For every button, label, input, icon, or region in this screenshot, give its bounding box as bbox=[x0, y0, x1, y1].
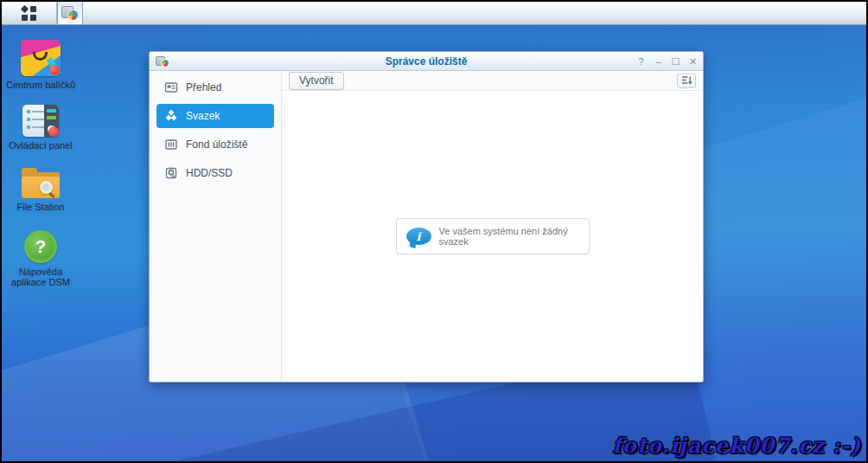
sidebar-item-label: Fond úložiště bbox=[186, 138, 247, 151]
volume-content-area: i Ve vašem systému není žádný svazek bbox=[282, 91, 703, 382]
sidebar-item-label: Přehled bbox=[186, 81, 221, 93]
taskbar-storage-manager-button[interactable] bbox=[57, 2, 83, 24]
notification-badge bbox=[49, 65, 60, 75]
file-station-icon bbox=[22, 168, 60, 198]
dsm-help-icon: ? bbox=[24, 230, 57, 263]
window-controls: ? – ☐ ✕ bbox=[636, 52, 698, 71]
help-button[interactable]: ? bbox=[636, 57, 646, 67]
sidebar-item-label: HDD/SSD bbox=[186, 167, 233, 179]
overview-icon bbox=[164, 80, 178, 94]
sidebar-item-fond-uloziste[interactable]: Fond úložiště bbox=[156, 132, 274, 157]
notification-badge bbox=[48, 126, 59, 137]
close-button[interactable]: ✕ bbox=[688, 57, 698, 67]
storage-manager-icon bbox=[61, 4, 79, 22]
storage-manager-icon bbox=[156, 55, 169, 68]
storage-pool-icon bbox=[164, 138, 178, 151]
sidebar: Přehled Svazek bbox=[150, 71, 282, 382]
minimize-button[interactable]: – bbox=[654, 57, 663, 67]
sidebar-item-svazek[interactable]: Svazek bbox=[156, 104, 274, 128]
package-center-icon bbox=[21, 40, 61, 76]
desktop: Centrum balíčků Ovládací panel File Stat… bbox=[0, 0, 868, 463]
desktop-icon-file-station[interactable]: File Station bbox=[2, 168, 80, 212]
create-button[interactable]: Vytvořit bbox=[289, 72, 344, 90]
app-grid-icon bbox=[22, 6, 36, 21]
sidebar-item-label: Svazek bbox=[186, 110, 220, 122]
info-bubble-icon: i bbox=[406, 228, 431, 245]
desktop-icon-label: Nápověda aplikace DSM bbox=[2, 267, 80, 287]
desktop-icon-package-center[interactable]: Centrum balíčků bbox=[2, 40, 80, 90]
disk-icon bbox=[164, 166, 178, 180]
volume-icon bbox=[164, 109, 178, 123]
control-panel-icon bbox=[22, 105, 59, 137]
desktop-icon-label: Centrum balíčků bbox=[6, 80, 75, 90]
empty-volume-text: Ve vašem systému není žádný svazek bbox=[439, 226, 589, 247]
maximize-button[interactable]: ☐ bbox=[671, 57, 680, 67]
window-title: Správce úložiště bbox=[150, 55, 703, 68]
window-titlebar[interactable]: Správce úložiště ? – ☐ ✕ bbox=[150, 52, 703, 71]
desktop-icon-label: File Station bbox=[16, 202, 64, 212]
main-menu-button[interactable] bbox=[2, 2, 57, 24]
sort-button[interactable] bbox=[677, 74, 696, 88]
watermark: foto.ijacek007.cz :-) bbox=[613, 433, 861, 458]
sort-descending-icon bbox=[681, 75, 692, 86]
taskbar bbox=[2, 2, 866, 25]
desktop-icon-label: Ovládací panel bbox=[9, 140, 72, 151]
storage-manager-window: Správce úložiště ? – ☐ ✕ Přehled bbox=[149, 51, 704, 383]
toolbar: Vytvořit bbox=[282, 71, 703, 91]
sidebar-item-prehled[interactable]: Přehled bbox=[156, 75, 274, 100]
empty-volume-message: i Ve vašem systému není žádný svazek bbox=[396, 218, 590, 254]
desktop-icon-control-panel[interactable]: Ovládací panel bbox=[2, 105, 80, 151]
sidebar-item-hdd-ssd[interactable]: HDD/SSD bbox=[156, 161, 274, 185]
desktop-icon-dsm-help[interactable]: ? Nápověda aplikace DSM bbox=[2, 230, 80, 287]
